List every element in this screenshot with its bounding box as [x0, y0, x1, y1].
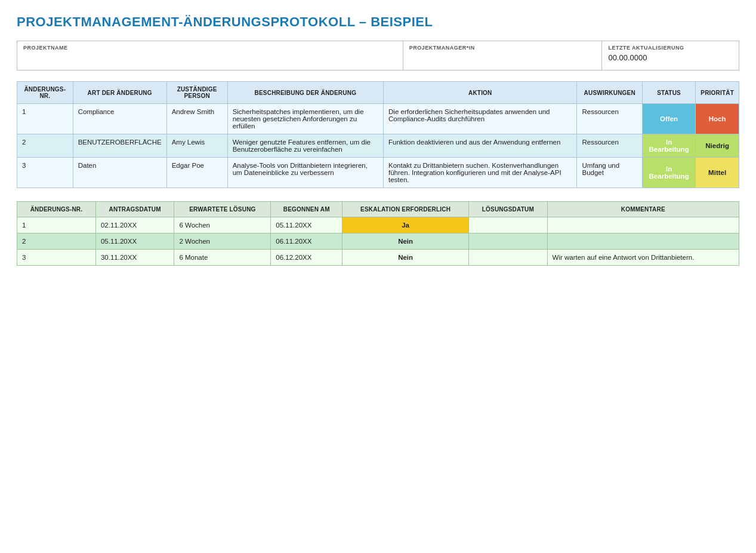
table-row: 3DatenEdgar PoeAnalyse-Tools von Drittan…	[17, 158, 739, 188]
table-cell: 2	[17, 234, 96, 250]
table-cell: In Bearbeitung	[642, 134, 695, 158]
col2-eskalation: Eskalation erforderlich	[342, 202, 469, 217]
table-cell: Mittel	[696, 158, 739, 188]
table-cell: 1	[17, 217, 96, 234]
table-cell: Ressourcen	[577, 104, 643, 134]
table-cell: 1	[17, 104, 73, 134]
table-cell: Offen	[642, 104, 695, 134]
tracking-table: Änderungs-Nr. Antragsdatum Erwartete Lös…	[17, 201, 739, 266]
meta-datum-label: Letzte Aktualisierung	[608, 45, 733, 51]
table-row: 1ComplianceAndrew SmithSicherheitspatche…	[17, 104, 739, 134]
table-row: 102.11.20XX6 Wochen05.11.20XXJa	[17, 217, 739, 234]
table-cell: Andrew Smith	[166, 104, 227, 134]
table-cell: 2	[17, 134, 73, 158]
table-cell: Funktion deaktivieren und aus der Anwend…	[384, 134, 577, 158]
table-cell: Die erforderlichen Sicherheitsupdates an…	[384, 104, 577, 134]
table-cell	[469, 250, 547, 266]
table-cell: Ja	[342, 217, 469, 234]
meta-projektname: Projektname	[17, 41, 403, 70]
table-cell: 2 Wochen	[174, 234, 271, 250]
table-row: 205.11.20XX2 Wochen06.11.20XXNein	[17, 234, 739, 250]
table-cell: 30.11.20XX	[95, 250, 174, 266]
table-cell	[547, 217, 739, 234]
table-cell: Sicherheitspatches implementieren, um di…	[227, 104, 383, 134]
table-cell: 6 Wochen	[174, 217, 271, 234]
table1-header-row: Änderungs-Nr. Art der Änderung Zuständig…	[17, 82, 739, 104]
table-cell: 06.12.20XX	[271, 250, 342, 266]
table-row: 2BENUTZEROBERFLÄCHEAmy LewisWeniger genu…	[17, 134, 739, 158]
table-cell: 06.11.20XX	[271, 234, 342, 250]
table-cell: 3	[17, 158, 73, 188]
col2-antrag: Antragsdatum	[95, 202, 174, 217]
meta-manager-label: Projektmanager*in	[409, 45, 596, 51]
col-aktion: Aktion	[384, 82, 577, 104]
table-cell: BENUTZEROBERFLÄCHE	[73, 134, 166, 158]
tracking-table-section: Änderungs-Nr. Antragsdatum Erwartete Lös…	[17, 201, 739, 266]
table-row: 330.11.20XX6 Monate06.12.20XXNeinWir war…	[17, 250, 739, 266]
table-cell: Analyse-Tools von Drittanbietern integri…	[227, 158, 383, 188]
page-title: Projektmanagement-Änderungsprotokoll – B…	[17, 14, 739, 30]
col2-loesungsdatum: Lösungsdatum	[469, 202, 547, 217]
change-table: Änderungs-Nr. Art der Änderung Zuständig…	[17, 81, 739, 188]
table-cell: Nein	[342, 234, 469, 250]
meta-section: Projektname Projektmanager*in Letzte Akt…	[17, 41, 739, 70]
meta-projektname-label: Projektname	[23, 45, 397, 51]
meta-datum: Letzte Aktualisierung 00.00.0000	[602, 41, 739, 70]
table-cell: Daten	[73, 158, 166, 188]
table-cell: Hoch	[696, 104, 739, 134]
table-cell: Amy Lewis	[166, 134, 227, 158]
col-art: Art der Änderung	[73, 82, 166, 104]
col-prioritaet: Priorität	[696, 82, 739, 104]
table-cell	[469, 217, 547, 234]
col2-kommentare: Kommentare	[547, 202, 739, 217]
col-beschreibung: Beschreibung der Änderung	[227, 82, 383, 104]
table-cell: In Bearbeitung	[642, 158, 695, 188]
table-cell: Kontakt zu Drittanbietern suchen. Kosten…	[384, 158, 577, 188]
table-cell: Edgar Poe	[166, 158, 227, 188]
table-cell: Nein	[342, 250, 469, 266]
col-auswirkungen: Auswirkungen	[577, 82, 643, 104]
table-cell: 3	[17, 250, 96, 266]
meta-manager: Projektmanager*in	[403, 41, 603, 70]
col-nr: Änderungs-Nr.	[17, 82, 73, 104]
meta-datum-value: 00.00.0000	[608, 53, 733, 62]
table-cell: Wir warten auf eine Antwort von Drittanb…	[547, 250, 739, 266]
col2-begonnen: Begonnen am	[271, 202, 342, 217]
table2-header-row: Änderungs-Nr. Antragsdatum Erwartete Lös…	[17, 202, 739, 217]
table-cell	[469, 234, 547, 250]
table-cell: 02.11.20XX	[95, 217, 174, 234]
table-cell: Ressourcen	[577, 134, 643, 158]
col-status: Status	[642, 82, 695, 104]
table-cell: Compliance	[73, 104, 166, 134]
table-cell: 6 Monate	[174, 250, 271, 266]
change-table-section: Änderungs-Nr. Art der Änderung Zuständig…	[17, 81, 739, 188]
table-cell: Umfang und Budget	[577, 158, 643, 188]
table-cell: 05.11.20XX	[95, 234, 174, 250]
table-cell: Weniger genutzte Features entfernen, um …	[227, 134, 383, 158]
col-person: Zuständige Person	[166, 82, 227, 104]
col2-nr: Änderungs-Nr.	[17, 202, 96, 217]
table-cell	[547, 234, 739, 250]
col2-loesung: Erwartete Lösung	[174, 202, 271, 217]
table-cell: 05.11.20XX	[271, 217, 342, 234]
table-cell: Niedrig	[696, 134, 739, 158]
